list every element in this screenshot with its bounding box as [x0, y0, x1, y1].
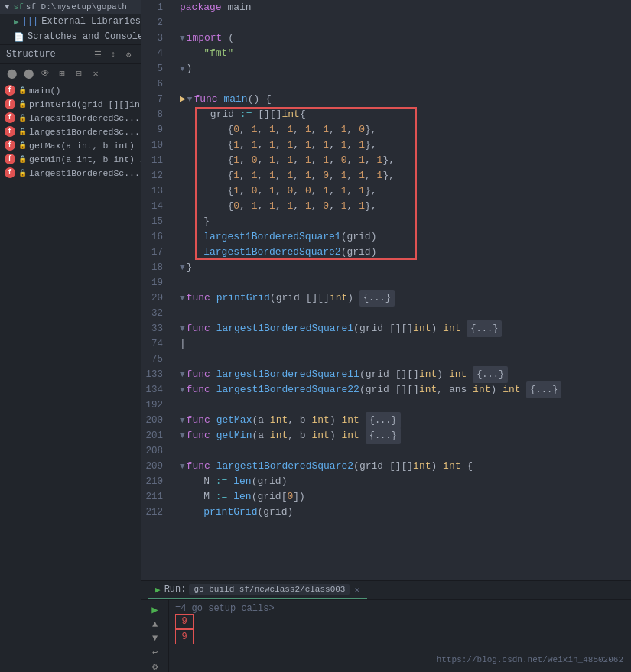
sidebar-external-libraries[interactable]: ▶ ||| External Libraries	[0, 14, 141, 29]
structure-item-l1bs1[interactable]: f 🔒 largest1BorderedSc...	[0, 111, 141, 125]
editor-area: 1 2 3 4 5 6 7 8 9 10 11 12 13 14 15 16 1…	[141, 0, 631, 672]
line-num-1: 1	[141, 0, 168, 15]
code-content[interactable]: package main ▼import ( "fmt" ▼)	[174, 0, 631, 580]
close-icon[interactable]: ✕	[89, 67, 102, 80]
code-line-3: ▼import (	[180, 31, 631, 46]
code-line-33: ▼ func largest1BorderedSquare1(grid [][]…	[180, 321, 631, 336]
structure-item-printgrid[interactable]: f 🔒 printGrid(grid [][]int	[0, 97, 141, 111]
sort-icon[interactable]: ↕	[107, 48, 119, 60]
line-num-17: 17	[141, 245, 168, 260]
code-line-209: ▼ func largest1BorderedSquare2(grid [][]…	[180, 459, 631, 474]
badge-f: f	[5, 154, 15, 164]
line-num-20: 20	[141, 291, 168, 306]
run-tab-build: go build sf/newclass2/class003	[189, 584, 350, 595]
collapse-icon[interactable]: ⊟	[72, 67, 86, 80]
code-line-20: ▼ func printGrid(grid [][]int) {...}	[180, 291, 631, 306]
line-num-192: 192	[141, 398, 168, 413]
code-line-210: N := len(grid)	[180, 474, 631, 489]
line-num-200: 200	[141, 413, 168, 428]
line-num-4: 4	[141, 46, 168, 61]
scratches-icon: 📄	[14, 32, 24, 42]
code-line-9: {0, 1, 1, 1, 1, 1, 1, 0},	[180, 122, 631, 138]
line-num-33: 33	[141, 321, 168, 336]
line-num-12: 12	[141, 168, 168, 183]
line-num-9: 9	[141, 122, 168, 138]
line-num-18: 18	[141, 260, 168, 275]
structure-header: Structure ☰ ↕ ⚙	[0, 45, 141, 64]
view-icon[interactable]: 👁	[38, 67, 52, 80]
code-line-8: ▼ grid := [][]int{	[180, 107, 631, 122]
wrap-button[interactable]: ↩	[147, 647, 164, 658]
code-line-208	[180, 443, 631, 459]
sidebar: ▼ sf sf D:\mysetup\gopath ▶ ||| External…	[0, 0, 141, 672]
line-num-134: 134	[141, 382, 168, 398]
line-num-74: 74	[141, 336, 168, 352]
code-line-192	[180, 398, 631, 413]
line-num-208: 208	[141, 443, 168, 459]
code-line-75	[180, 352, 631, 367]
line-num-75: 75	[141, 352, 168, 367]
line-num-5: 5	[141, 61, 168, 76]
code-line-5: ▼)	[180, 61, 631, 76]
code-line-32	[180, 306, 631, 321]
tab-close-icon[interactable]: ✕	[354, 585, 359, 595]
code-line-7: ▶ ▼ func main() {	[180, 92, 631, 107]
navigate-next-icon[interactable]: ⬤	[21, 67, 35, 80]
structure-item-getmax[interactable]: f 🔒 getMax(a int, b int)	[0, 138, 141, 152]
down-button[interactable]: ▼	[147, 633, 164, 644]
code-line-133: ▼ func largest1BorderedSquare11(grid [][…	[180, 367, 631, 382]
structure-list: f 🔒 main() f 🔒 printGrid(grid [][]int f …	[0, 83, 141, 672]
code-line-212: printGrid(grid)	[180, 505, 631, 520]
run-tab[interactable]: ▶ Run: go build sf/newclass2/class003 ✕	[148, 581, 367, 599]
settings-btn[interactable]: ⚙	[147, 661, 164, 672]
code-line-13: {1, 0, 1, 0, 0, 1, 1, 1},	[180, 183, 631, 199]
structure-item-l1bs3[interactable]: f 🔒 largest1BorderedSc...	[0, 166, 141, 180]
line-num-32: 32	[141, 306, 168, 321]
folder-icon: ▼	[5, 2, 10, 11]
code-line-12: {1, 1, 1, 1, 1, 0, 1, 1, 1},	[180, 168, 631, 183]
code-line-18: ▼}	[180, 260, 631, 275]
bottom-tab-bar: ▶ Run: go build sf/newclass2/class003 ✕	[141, 581, 631, 600]
run-command: =4 go setup calls>	[175, 603, 625, 614]
code-line-11: {1, 0, 1, 1, 1, 1, 0, 1, 1},	[180, 153, 631, 168]
main-layout: ▼ sf sf D:\mysetup\gopath ▶ ||| External…	[0, 0, 631, 672]
badge-f: f	[5, 140, 15, 151]
run-tab-icon: ▶	[155, 585, 161, 595]
structure-item-l1bs2[interactable]: f 🔒 largest1BorderedSc...	[0, 125, 141, 138]
lock-icon: 🔒	[18, 155, 27, 164]
code-line-15: }	[180, 214, 631, 229]
code-line-1: package main	[180, 0, 631, 15]
line-num-8: 8	[141, 107, 168, 122]
code-line-200: ▼ func getMax(a int, b int) int {...}	[180, 413, 631, 428]
code-line-10: {1, 1, 1, 1, 1, 1, 1, 1},	[180, 138, 631, 153]
list-icon[interactable]: ☰	[92, 48, 104, 60]
structure-title: Structure	[6, 49, 92, 60]
structure-panel: Structure ☰ ↕ ⚙ ⬤ ⬤ 👁 ⊞ ⊟ ✕ f 🔒 mai	[0, 44, 141, 672]
output-value-1: 9	[175, 614, 194, 629]
run-sidebar: ▶ ▲ ▼ ↩ ⚙	[141, 600, 169, 672]
lock-icon: 🔒	[18, 128, 27, 136]
code-line-6	[180, 76, 631, 92]
play-button[interactable]: ▶	[147, 603, 164, 616]
sidebar-project[interactable]: ▼ sf sf D:\mysetup\gopath	[0, 0, 141, 14]
structure-item-getmin[interactable]: f 🔒 getMin(a int, b int) i	[0, 152, 141, 166]
line-num-201: 201	[141, 428, 168, 443]
lock-icon: 🔒	[18, 86, 27, 95]
sidebar-scratches[interactable]: 📄 Scratches and Console	[0, 29, 141, 44]
code-line-201: ▼ func getMin(a int, b int) int {...}	[180, 428, 631, 443]
code-line-4: "fmt"	[180, 46, 631, 61]
up-button[interactable]: ▲	[147, 619, 164, 630]
line-num-10: 10	[141, 138, 168, 153]
navigate-prev-icon[interactable]: ⬤	[5, 67, 18, 80]
settings-icon[interactable]: ⚙	[122, 48, 135, 60]
expand-icon[interactable]: ⊞	[55, 67, 69, 80]
structure-item-main[interactable]: f 🔒 main()	[0, 83, 141, 97]
line-num-11: 11	[141, 153, 168, 168]
badge-f: f	[5, 126, 15, 137]
code-line-2	[180, 15, 631, 31]
lock-icon: 🔒	[18, 100, 27, 109]
code-line-211: M := len(grid[0])	[180, 489, 631, 505]
code-line-16: largest1BorderedSquare1(grid)	[180, 229, 631, 245]
code-line-19	[180, 275, 631, 291]
library-icon: ▶	[14, 17, 19, 27]
